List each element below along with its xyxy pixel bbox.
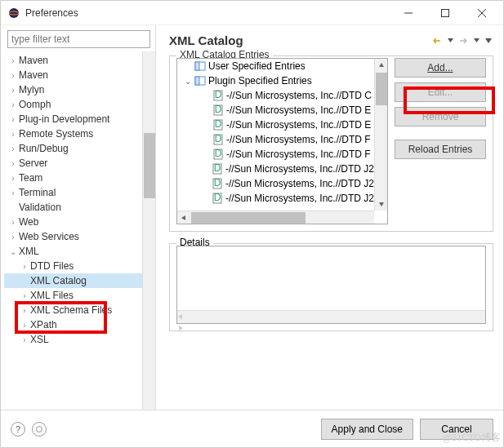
import-export-icon[interactable] <box>32 422 47 437</box>
reload-entries-button[interactable]: Reload Entries <box>395 140 486 159</box>
entry-row[interactable]: D-//Sun Microsystems, Inc.//DTD E <box>177 103 374 118</box>
forward-icon[interactable] <box>457 35 469 47</box>
tree-item[interactable]: ›Maven <box>4 68 154 82</box>
tree-item[interactable]: XML Catalog <box>4 273 154 288</box>
svg-text:D: D <box>215 134 222 144</box>
catalog-icon <box>194 60 207 72</box>
entry-row[interactable]: D-//Sun Microsystems, Inc.//DTD J2 <box>177 176 374 191</box>
expand-icon[interactable]: › <box>19 291 30 300</box>
nav-history <box>431 35 493 47</box>
dtd-icon: D <box>212 119 225 131</box>
tree-item-label: Remote Systems <box>19 128 93 140</box>
minimize-button[interactable] <box>390 1 426 24</box>
dtd-icon: D <box>212 104 225 116</box>
expand-icon[interactable]: › <box>7 56 19 65</box>
expand-icon[interactable]: › <box>19 321 30 330</box>
entries-hscroll[interactable] <box>177 211 374 224</box>
remove-button[interactable]: Remove <box>395 107 486 126</box>
expand-icon[interactable]: › <box>7 174 19 183</box>
preference-tree[interactable]: ›Maven›Maven›Mylyn›Oomph›Plug-in Develop… <box>4 53 154 406</box>
content-panel: XML Catalog XML Catalog Entries User Spe… <box>156 25 503 410</box>
expand-icon[interactable]: › <box>7 100 19 109</box>
svg-rect-3 <box>441 9 448 16</box>
svg-text:D: D <box>215 119 222 130</box>
maximize-button[interactable] <box>426 1 463 24</box>
svg-rect-9 <box>195 77 199 85</box>
entry-row[interactable]: D-//Sun Microsystems, Inc.//DTD J2 <box>177 162 374 176</box>
tree-item[interactable]: ›XPath <box>4 317 154 332</box>
tree-item[interactable]: Validation <box>4 200 154 215</box>
expand-icon[interactable]: › <box>7 115 19 124</box>
help-icon[interactable]: ? <box>11 422 25 437</box>
entry-label: User Specified Entries <box>208 60 306 72</box>
back-menu-icon[interactable] <box>444 35 456 47</box>
filter-field <box>7 30 150 48</box>
tree-item[interactable]: ›DTD Files <box>4 259 154 273</box>
tree-item-label: Server <box>19 157 47 169</box>
collapse-icon[interactable]: ⌄ <box>182 77 194 86</box>
expand-icon[interactable]: › <box>7 218 19 227</box>
tree-item[interactable]: ›Run/Debug <box>4 141 154 156</box>
filter-input[interactable] <box>7 30 150 48</box>
expand-icon[interactable]: › <box>7 130 19 139</box>
expand-icon[interactable]: › <box>7 71 19 80</box>
cancel-button[interactable]: Cancel <box>420 419 493 440</box>
entry-row[interactable]: D-//Sun Microsystems, Inc.//DTD F <box>177 147 374 162</box>
svg-text:D: D <box>215 149 222 159</box>
expand-icon[interactable]: › <box>7 159 19 168</box>
svg-text:D: D <box>214 193 221 203</box>
tree-item[interactable]: ›XML Schema Files <box>4 303 154 317</box>
tree-item-label: Validation <box>19 202 61 213</box>
tree-item[interactable]: ›XSL <box>4 332 154 347</box>
tree-item[interactable]: ›Team <box>4 171 154 185</box>
entries-group: XML Catalog Entries User Specified Entri… <box>169 55 493 232</box>
entries-vscroll[interactable] <box>374 59 387 211</box>
tree-item[interactable]: ›Plug-in Development <box>4 112 154 126</box>
tree-scrollbar[interactable] <box>142 51 155 410</box>
expand-icon[interactable]: › <box>19 306 30 315</box>
tree-item[interactable]: ›Remote Systems <box>4 126 154 141</box>
entry-row[interactable]: ⌄Plugin Specified Entries <box>177 73 374 88</box>
details-box <box>176 246 486 324</box>
apply-close-button[interactable]: Apply and Close <box>321 419 413 440</box>
entry-label: -//Sun Microsystems, Inc.//DTD E <box>226 119 371 131</box>
tree-item-label: Web Services <box>19 231 79 242</box>
expand-icon[interactable]: › <box>7 189 19 197</box>
tree-item-label: Mylyn <box>19 84 44 95</box>
close-button[interactable] <box>463 1 500 24</box>
dtd-icon: D <box>212 134 225 145</box>
entry-row[interactable]: D-//Sun Microsystems, Inc.//DTD F <box>177 132 374 147</box>
expand-icon[interactable]: › <box>7 144 19 153</box>
entries-list[interactable]: User Specified Entries⌄Plugin Specified … <box>176 58 388 224</box>
back-icon[interactable] <box>431 35 443 47</box>
tree-item[interactable]: ›Terminal <box>4 185 154 200</box>
entry-label: Plugin Specified Entries <box>208 75 312 86</box>
entry-row[interactable]: D-//Sun Microsystems, Inc.//DTD E <box>177 118 374 132</box>
entry-label: -//Sun Microsystems, Inc.//DTD J2 <box>225 178 374 189</box>
entry-row[interactable]: User Specified Entries <box>177 59 374 73</box>
tree-item[interactable]: ⌄XML <box>4 244 154 259</box>
expand-icon[interactable]: › <box>7 86 19 95</box>
tree-item[interactable]: ›Oomph <box>4 97 154 112</box>
tree-item[interactable]: ›Maven <box>4 53 154 68</box>
tree-item[interactable]: ›Web <box>4 215 154 229</box>
expand-icon[interactable]: › <box>7 233 19 242</box>
edit-button[interactable]: Edit... <box>395 82 486 102</box>
tree-item[interactable]: ›Server <box>4 156 154 171</box>
collapse-icon[interactable]: ⌄ <box>7 247 19 256</box>
view-menu-icon[interactable] <box>484 35 493 47</box>
tree-item-label: XPath <box>30 319 57 330</box>
expand-icon[interactable]: › <box>19 335 30 344</box>
details-group: Details <box>169 243 493 331</box>
entry-row[interactable]: D-//Sun Microsystems, Inc.//DTD J2 <box>177 191 374 206</box>
add-button[interactable]: Add... <box>395 58 486 78</box>
tree-item[interactable]: ›XML Files <box>4 288 154 303</box>
entry-row[interactable]: D-//Sun Microsystems, Inc.//DTD C <box>177 88 374 103</box>
tree-item-label: DTD Files <box>30 260 74 272</box>
dtd-icon: D <box>212 178 224 189</box>
details-hscroll[interactable] <box>177 310 485 323</box>
tree-item[interactable]: ›Mylyn <box>4 82 154 97</box>
tree-item[interactable]: ›Web Services <box>4 229 154 244</box>
forward-menu-icon[interactable] <box>471 35 482 47</box>
expand-icon[interactable]: › <box>19 262 30 271</box>
